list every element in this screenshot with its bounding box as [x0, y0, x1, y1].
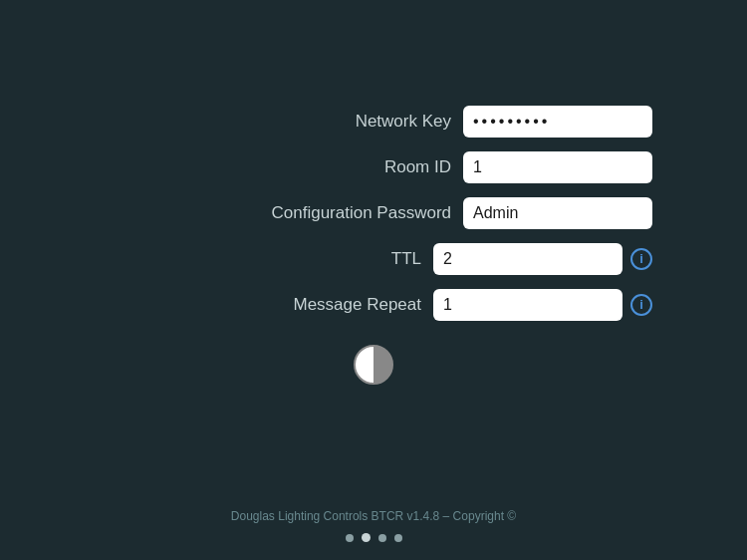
ttl-input-wrapper: i — [433, 243, 652, 275]
page-dot-1[interactable] — [346, 534, 354, 542]
theme-toggle-row — [95, 345, 652, 385]
network-key-row: Network Key — [95, 106, 652, 138]
room-id-input-wrapper — [463, 151, 652, 183]
ttl-info-icon[interactable]: i — [630, 248, 652, 270]
ttl-input[interactable] — [433, 243, 622, 275]
network-key-input-wrapper — [463, 106, 652, 138]
footer: Douglas Lighting Controls BTCR v1.4.8 – … — [0, 509, 747, 560]
message-repeat-info-icon[interactable]: i — [630, 294, 652, 316]
network-key-label: Network Key — [232, 112, 451, 132]
ttl-label: TTL — [202, 249, 421, 269]
form-container: Network Key Room ID Configuration Passwo… — [95, 106, 652, 385]
room-id-row: Room ID — [95, 151, 652, 183]
page-dot-2[interactable] — [362, 533, 371, 542]
copyright-text: Douglas Lighting Controls BTCR v1.4.8 – … — [231, 509, 516, 523]
ttl-row: TTL i — [95, 243, 652, 275]
config-password-input-wrapper — [463, 197, 652, 229]
message-repeat-label: Message Repeat — [202, 295, 421, 315]
page-dot-4[interactable] — [394, 534, 402, 542]
message-repeat-input[interactable] — [433, 289, 622, 321]
config-password-input[interactable] — [463, 197, 652, 229]
room-id-label: Room ID — [232, 157, 451, 177]
room-id-input[interactable] — [463, 151, 652, 183]
message-repeat-row: Message Repeat i — [95, 289, 652, 321]
theme-toggle-button[interactable] — [354, 345, 393, 385]
config-password-row: Configuration Password — [95, 197, 652, 229]
network-key-input[interactable] — [463, 106, 652, 138]
config-password-label: Configuration Password — [232, 203, 451, 223]
message-repeat-input-wrapper: i — [433, 289, 652, 321]
page-dot-3[interactable] — [378, 534, 386, 542]
main-content: Network Key Room ID Configuration Passwo… — [0, 0, 747, 509]
page-dots — [346, 533, 402, 542]
